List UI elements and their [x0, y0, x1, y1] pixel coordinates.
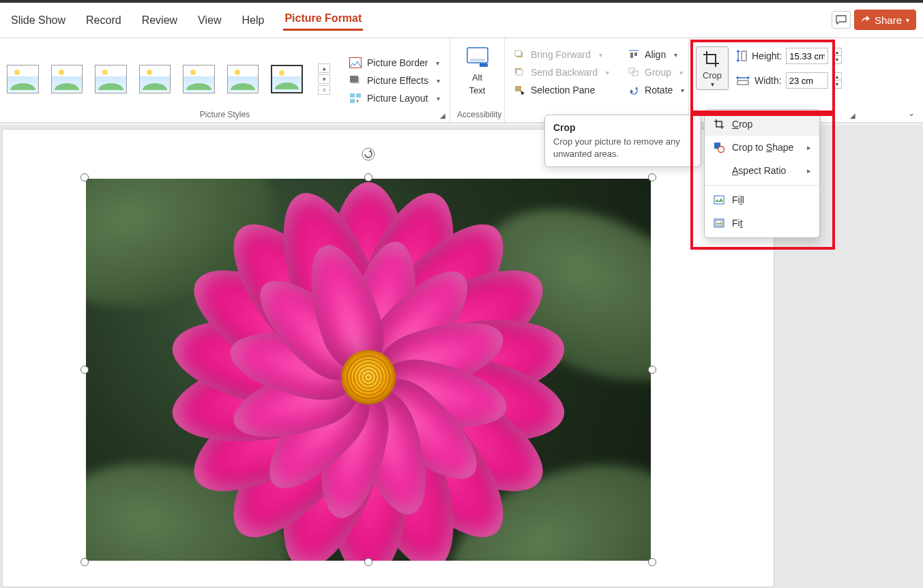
align-button[interactable]: Align▾	[626, 48, 687, 61]
align-icon	[628, 50, 639, 59]
picture-styles-group-label: Picture Styles	[7, 110, 443, 121]
tab-view[interactable]: View	[196, 12, 222, 29]
crop-tooltip: Crop Crop your picture to remove any unw…	[544, 115, 701, 167]
menu-fill[interactable]: Fill	[705, 188, 819, 211]
resize-handle-tl[interactable]	[80, 173, 89, 181]
menu-fill-label: Fill	[732, 194, 744, 205]
chevron-down-icon: ▾	[437, 95, 440, 102]
svg-rect-3	[350, 99, 355, 103]
gallery-scroll: ▴ ▾ ▿	[318, 63, 330, 95]
chevron-down-icon: ▾	[599, 51, 602, 59]
send-backward-icon	[514, 68, 525, 77]
picture-layout-icon	[349, 93, 362, 104]
width-input[interactable]	[786, 72, 828, 89]
accessibility-group-label: Accessibility	[457, 110, 497, 121]
resize-handle-l[interactable]	[80, 366, 89, 374]
menu-aspect-ratio-label: Aspect Ratio	[732, 165, 786, 176]
resize-handle-tr[interactable]	[648, 173, 656, 181]
tooltip-body: Crop your picture to remove any unwanted…	[553, 136, 692, 160]
picture-content	[86, 179, 651, 561]
svg-rect-16	[742, 51, 746, 61]
alt-text-label-1: Alt	[472, 72, 482, 83]
picture-style-5[interactable]	[183, 65, 215, 93]
svg-rect-11	[515, 86, 521, 91]
picture-style-3[interactable]	[95, 65, 127, 93]
resize-handle-r[interactable]	[648, 366, 656, 374]
picture-style-1[interactable]	[7, 65, 39, 93]
crop-dropdown-menu: Crop Crop to Shape ▸ Aspect Ratio ▸ Fill…	[704, 109, 820, 238]
tab-picture-format[interactable]: Picture Format	[283, 10, 363, 31]
picture-border-icon	[349, 57, 362, 68]
svg-point-20	[718, 147, 724, 153]
alt-text-button[interactable]: Alt Text	[457, 42, 497, 98]
svg-rect-5	[470, 59, 485, 61]
menu-crop-to-shape[interactable]: Crop to Shape ▸	[705, 136, 819, 159]
width-icon	[735, 75, 750, 86]
resize-handle-b[interactable]	[364, 558, 372, 566]
rotate-label: Rotate	[645, 85, 673, 95]
picture-style-4[interactable]	[139, 65, 171, 93]
group-button: Group▾	[626, 65, 687, 79]
picture-style-7[interactable]	[271, 65, 303, 93]
align-label: Align	[645, 49, 666, 60]
share-button[interactable]: Share ▾	[854, 10, 916, 30]
bring-forward-label: Bring Forward	[531, 49, 591, 60]
chevron-right-icon: ▸	[807, 166, 811, 175]
selection-pane-button[interactable]: Selection Pane	[512, 83, 612, 97]
gallery-more[interactable]: ▿	[318, 85, 330, 95]
group-picture-styles: ▴ ▾ ▿ Picture Border▾ Picture Effects▾ P…	[0, 38, 450, 122]
selection-pane-label: Selection Pane	[531, 85, 595, 95]
picture-layout-button[interactable]: Picture Layout▾	[347, 91, 443, 105]
svg-point-18	[362, 148, 375, 160]
chevron-down-icon: ▾	[711, 80, 714, 88]
svg-rect-0	[350, 58, 362, 68]
picture-border-button[interactable]: Picture Border▾	[347, 56, 443, 70]
menu-fit[interactable]: Fit	[705, 211, 819, 235]
height-label: Height:	[752, 50, 782, 61]
svg-rect-8	[515, 50, 521, 56]
ribbon-collapse-button[interactable]: ⌄	[908, 108, 915, 118]
chevron-down-icon: ▾	[674, 51, 677, 59]
chevron-down-icon: ▾	[906, 16, 909, 24]
menu-aspect-ratio[interactable]: Aspect Ratio ▸	[705, 159, 819, 182]
rotate-handle[interactable]	[360, 146, 377, 165]
crop-icon	[714, 119, 724, 130]
size-launcher[interactable]: ◢	[850, 112, 855, 119]
picture-styles-launcher[interactable]: ◢	[440, 112, 445, 119]
menu-crop-to-shape-label: Crop to Shape	[732, 142, 793, 153]
picture-style-6[interactable]	[227, 65, 259, 93]
height-spinner[interactable]: ▴▾	[832, 48, 842, 64]
group-accessibility: Alt Text Accessibility	[450, 38, 505, 122]
menu-crop[interactable]: Crop	[705, 113, 819, 136]
resize-handle-t[interactable]	[364, 173, 372, 181]
bring-forward-button: Bring Forward▾	[512, 48, 612, 61]
chevron-down-icon: ▾	[681, 87, 684, 94]
width-spinner[interactable]: ▴▾	[832, 72, 842, 89]
tab-help[interactable]: Help	[240, 12, 265, 29]
selected-picture[interactable]	[80, 173, 656, 566]
gallery-up[interactable]: ▴	[318, 63, 330, 73]
svg-rect-21	[714, 196, 724, 204]
menu-crop-label: Crop	[732, 119, 752, 130]
tab-review[interactable]: Review	[141, 12, 179, 29]
comments-button[interactable]	[832, 11, 851, 29]
menu-fit-label: Fit	[732, 218, 743, 229]
chevron-right-icon: ▸	[807, 143, 811, 152]
tab-slide-show[interactable]: Slide Show	[10, 12, 67, 29]
picture-effects-icon	[349, 75, 362, 86]
rotate-button[interactable]: Rotate▾	[626, 83, 687, 97]
resize-handle-br[interactable]	[648, 558, 656, 566]
tab-record[interactable]: Record	[85, 12, 123, 29]
height-input[interactable]	[786, 48, 828, 64]
svg-rect-1	[350, 93, 355, 98]
resize-handle-bl[interactable]	[80, 558, 89, 566]
share-icon	[861, 15, 870, 25]
crop-button[interactable]: Crop ▾	[696, 46, 729, 90]
gallery-down[interactable]: ▾	[318, 74, 330, 84]
svg-rect-12	[630, 53, 633, 58]
bring-forward-icon	[514, 50, 525, 59]
picture-effects-button[interactable]: Picture Effects▾	[347, 74, 443, 87]
chevron-down-icon: ▾	[437, 77, 440, 85]
picture-styles-gallery: ▴ ▾ ▿ Picture Border▾ Picture Effects▾ P…	[7, 42, 443, 105]
picture-style-2[interactable]	[51, 65, 83, 93]
